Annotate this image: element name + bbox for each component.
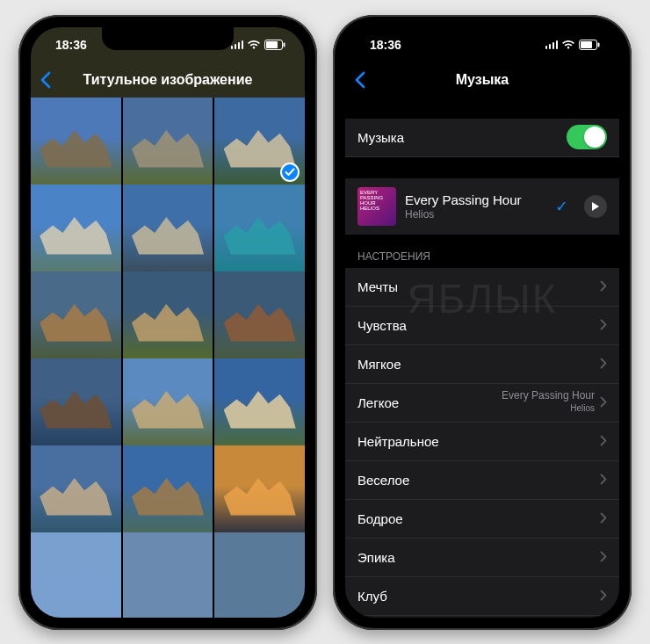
photo-tile[interactable]: [123, 185, 213, 275]
chevron-right-icon: [600, 473, 607, 488]
photo-tile[interactable]: [123, 532, 213, 618]
status-time: 18:36: [55, 38, 87, 52]
mood-row[interactable]: Нейтральное: [345, 423, 619, 461]
mood-label: Легкое: [358, 395, 502, 410]
photo-tile[interactable]: [31, 271, 121, 362]
mood-row[interactable]: Мечты: [345, 268, 619, 307]
nav-bar: Титульное изображение: [31, 62, 305, 98]
signal-icon: [545, 40, 559, 49]
notch: [416, 27, 548, 50]
current-song-row[interactable]: EVERY PASSING HOUR HELIOS Every Passing …: [345, 178, 619, 235]
photo-tile[interactable]: [214, 358, 305, 449]
page-title: Титульное изображение: [83, 72, 253, 88]
svg-rect-1: [266, 41, 278, 48]
settings-list[interactable]: Музыка EVERY PASSING HOUR HELIOS Every P…: [345, 98, 619, 618]
notch: [102, 27, 234, 50]
moods-list: МечтыЧувстваМягкоеЛегкоеEvery Passing Ho…: [345, 268, 619, 618]
mood-label: Веселое: [358, 473, 600, 488]
nav-bar: Музыка: [345, 62, 619, 98]
music-toggle-label: Музыка: [358, 130, 567, 145]
screen-right: ЯБЛЫК 18:36 Музыка Музыка: [345, 27, 619, 618]
mood-label: Клуб: [358, 589, 600, 604]
svg-rect-5: [598, 42, 600, 47]
mood-detail: Every Passing HourHelios: [502, 390, 595, 415]
back-button[interactable]: [354, 71, 365, 89]
chevron-right-icon: [600, 395, 607, 410]
photo-tile[interactable]: [123, 445, 213, 536]
photo-tile[interactable]: [214, 445, 305, 536]
selected-checkmark-icon: [280, 163, 300, 182]
mood-row[interactable]: Мягкое: [345, 345, 619, 384]
mood-label: Чувства: [358, 318, 600, 333]
chevron-right-icon: [600, 357, 607, 372]
svg-rect-2: [284, 42, 285, 47]
chevron-left-icon: [40, 71, 51, 89]
chevron-right-icon: [600, 318, 607, 333]
mood-label: Нейтральное: [358, 434, 600, 449]
album-art: EVERY PASSING HOUR HELIOS: [358, 187, 396, 226]
wifi-icon: [247, 40, 261, 50]
moods-header: НАСТРОЕНИЯ: [345, 235, 619, 268]
mood-label: Мягкое: [358, 357, 600, 372]
status-time: 18:36: [370, 38, 401, 52]
mood-row[interactable]: Веселое: [345, 461, 619, 500]
chevron-left-icon: [354, 71, 365, 89]
photo-tile[interactable]: [123, 271, 213, 362]
back-button[interactable]: [40, 71, 51, 89]
photo-tile[interactable]: [31, 532, 121, 618]
song-title: Every Passing Hour: [405, 192, 539, 207]
photo-tile[interactable]: [123, 358, 213, 449]
mood-label: Эпика: [358, 550, 600, 565]
page-title: Музыка: [456, 72, 509, 88]
signal-icon: [231, 40, 244, 49]
photo-tile[interactable]: [31, 445, 121, 536]
photo-tile[interactable]: [31, 358, 121, 449]
mood-row[interactable]: Бодрое: [345, 500, 619, 539]
photo-tile[interactable]: [31, 98, 121, 188]
chevron-right-icon: [600, 550, 607, 565]
play-button[interactable]: [584, 195, 607, 218]
svg-rect-4: [581, 41, 592, 48]
mood-row[interactable]: Клуб: [345, 577, 619, 616]
song-text: Every Passing Hour Helios: [405, 192, 539, 221]
battery-icon: [264, 40, 285, 50]
photo-tile[interactable]: [123, 98, 213, 188]
song-artist: Helios: [405, 208, 539, 221]
phone-left: 18:36 Титульное изображение: [18, 15, 317, 630]
status-right: [545, 40, 601, 50]
phone-right: ЯБЛЫК 18:36 Музыка Музыка: [333, 15, 632, 630]
wifi-icon: [561, 40, 575, 50]
chevron-right-icon: [600, 434, 607, 449]
photo-tile[interactable]: [214, 271, 305, 362]
photo-tile[interactable]: [214, 532, 305, 618]
mood-row[interactable]: Эпика: [345, 539, 619, 577]
mood-label: Бодрое: [358, 511, 600, 526]
mood-row[interactable]: ЛегкоеEvery Passing HourHelios: [345, 384, 619, 423]
photo-grid[interactable]: [31, 98, 305, 618]
play-icon: [591, 201, 600, 212]
screen-left: 18:36 Титульное изображение: [31, 27, 305, 618]
mood-label: Мечты: [358, 279, 600, 294]
status-right: [231, 40, 286, 50]
chevron-right-icon: [600, 589, 607, 604]
mood-row[interactable]: Экстрим: [345, 616, 619, 618]
check-icon: ✓: [555, 197, 568, 216]
battery-icon: [579, 40, 600, 50]
photo-tile[interactable]: [214, 185, 305, 275]
music-toggle-row[interactable]: Музыка: [345, 119, 619, 157]
photo-tile[interactable]: [214, 98, 305, 188]
chevron-right-icon: [600, 279, 607, 294]
music-toggle[interactable]: [567, 125, 607, 149]
photo-tile[interactable]: [31, 185, 121, 275]
chevron-right-icon: [600, 511, 607, 526]
mood-row[interactable]: Чувства: [345, 307, 619, 345]
